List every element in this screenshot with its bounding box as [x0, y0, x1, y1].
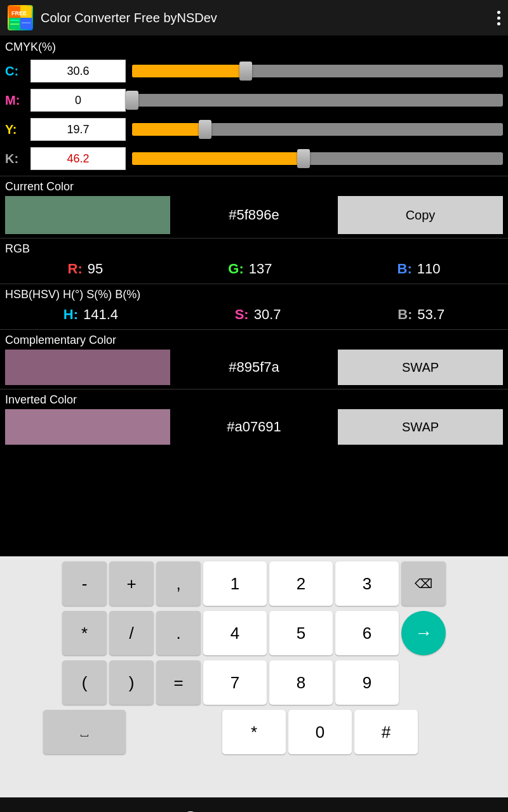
key-3[interactable]: 3: [335, 561, 399, 606]
inv-hex: #a07691: [175, 409, 333, 445]
copy-button[interactable]: Copy: [338, 196, 503, 234]
kb-row-4: ⎵ * 0 #: [3, 710, 505, 754]
key-multiply[interactable]: *: [62, 611, 107, 655]
current-color-label: Current Color: [5, 180, 503, 196]
key-9[interactable]: 9: [335, 660, 399, 705]
rgb-g-value: 137: [249, 261, 272, 277]
y-slider-row: Y: 19.7: [0, 115, 508, 144]
nav-keyboard-button[interactable]: ⌨: [425, 801, 464, 812]
cmyk-label: CMYK(%): [0, 38, 508, 56]
rgb-section: RGB R: 95 G: 137 B: 110: [0, 239, 508, 284]
hsb-s-label: S:: [235, 306, 249, 323]
c-slider[interactable]: [132, 65, 503, 77]
rgb-r-label: R:: [68, 261, 83, 277]
kb-row-3: ( ) = 7 8 9: [3, 660, 505, 705]
current-color-swatch: [5, 196, 170, 234]
key-backspace[interactable]: ⌫: [401, 561, 446, 606]
key-plus[interactable]: +: [109, 561, 154, 606]
key-space[interactable]: ⎵: [43, 710, 126, 754]
hsb-section: HSB(HSV) H(°) S(%) B(%) H: 141.4 S: 30.7…: [0, 284, 508, 329]
keyboard: - + , 1 2 3 ⌫ * / . 4 5 6 → ( ) = 7 8 9 …: [0, 556, 508, 797]
rgb-row: R: 95 G: 137 B: 110: [5, 258, 503, 280]
hsb-s-value: 30.7: [254, 306, 281, 323]
hsb-b-channel: B: 53.7: [398, 306, 444, 323]
key-comma[interactable]: ,: [156, 561, 201, 606]
rgb-r-channel: R: 95: [68, 261, 104, 277]
comp-label: Complementary Color: [5, 334, 503, 347]
hsb-h-value: 141.4: [83, 306, 118, 323]
m-label: M:: [5, 93, 30, 108]
rgb-r-value: 95: [88, 261, 103, 277]
key-6[interactable]: 6: [335, 611, 399, 655]
key-4[interactable]: 4: [203, 611, 267, 655]
k-slider[interactable]: [132, 152, 503, 165]
comp-swap-button[interactable]: SWAP: [338, 350, 503, 385]
c-slider-fill: [132, 65, 246, 77]
hsb-b-value: 53.7: [417, 306, 444, 323]
menu-button[interactable]: [497, 11, 500, 25]
kb-row-2: * / . 4 5 6 →: [3, 611, 505, 655]
inv-swap-button[interactable]: SWAP: [338, 409, 503, 445]
key-2[interactable]: 2: [269, 561, 333, 606]
key-empty-2: [128, 710, 173, 754]
m-slider-row: M: 0: [0, 86, 508, 115]
key-close-paren[interactable]: ): [109, 660, 154, 705]
comp-swatch: [5, 350, 170, 385]
app-icon: FREE: [8, 5, 33, 30]
nav-home-button[interactable]: [171, 801, 210, 812]
key-period[interactable]: .: [156, 611, 201, 655]
k-value[interactable]: 46.2: [30, 147, 126, 170]
cmyk-section: CMYK(%) C: 30.6 M: 0 Y: 19.7: [0, 36, 508, 176]
hsb-row: H: 141.4 S: 30.7 B: 53.7: [5, 304, 503, 325]
current-color-section: Current Color #5f896e Copy: [0, 176, 508, 238]
key-enter[interactable]: →: [401, 611, 446, 655]
k-slider-thumb[interactable]: [297, 149, 310, 168]
key-7[interactable]: 7: [203, 660, 267, 705]
nav-recents-button[interactable]: [298, 801, 337, 812]
m-slider[interactable]: [132, 94, 503, 107]
titlebar: FREE Color Converter Free byNSDev: [0, 0, 508, 36]
main-content: CMYK(%) C: 30.6 M: 0 Y: 19.7: [0, 36, 508, 556]
k-label: K:: [5, 152, 30, 166]
rgb-g-label: G:: [228, 261, 243, 277]
inv-row: #a07691 SWAP: [5, 409, 503, 445]
m-value[interactable]: 0: [30, 89, 126, 112]
hsb-h-label: H:: [64, 306, 78, 323]
y-value[interactable]: 19.7: [30, 118, 126, 141]
current-color-hex: #5f896e: [175, 196, 333, 234]
rgb-g-channel: G: 137: [228, 261, 272, 277]
hsb-h-channel: H: 141.4: [64, 306, 118, 323]
key-0[interactable]: 0: [288, 710, 352, 754]
hsb-s-channel: S: 30.7: [235, 306, 281, 323]
nav-back-button[interactable]: [44, 801, 83, 812]
y-slider[interactable]: [132, 123, 503, 136]
rgb-label: RGB: [5, 242, 503, 256]
rgb-b-label: B:: [398, 261, 412, 277]
key-asterisk[interactable]: *: [222, 710, 286, 754]
k-slider-fill: [132, 152, 304, 165]
key-minus[interactable]: -: [62, 561, 107, 606]
key-divide[interactable]: /: [109, 611, 154, 655]
key-8[interactable]: 8: [269, 660, 333, 705]
y-slider-thumb[interactable]: [199, 120, 211, 139]
key-1[interactable]: 1: [203, 561, 267, 606]
hsb-label: HSB(HSV) H(°) S(%) B(%): [5, 288, 503, 301]
m-slider-thumb[interactable]: [126, 91, 138, 110]
c-slider-row: C: 30.6: [0, 56, 508, 86]
key-equals[interactable]: =: [156, 660, 201, 705]
key-hash[interactable]: #: [354, 710, 418, 754]
rgb-b-value: 110: [417, 261, 441, 277]
key-5[interactable]: 5: [269, 611, 333, 655]
key-open-paren[interactable]: (: [62, 660, 107, 705]
k-slider-row: K: 46.2: [0, 144, 508, 173]
empty-space: [0, 449, 508, 556]
y-label: Y:: [5, 122, 30, 137]
key-empty: [401, 660, 446, 705]
c-slider-thumb[interactable]: [239, 62, 252, 81]
key-empty-3: [175, 710, 220, 754]
rgb-b-channel: B: 110: [398, 261, 441, 277]
comp-hex: #895f7a: [175, 350, 333, 385]
c-label: C:: [5, 64, 30, 79]
comp-row: #895f7a SWAP: [5, 350, 503, 385]
c-value[interactable]: 30.6: [30, 60, 126, 82]
